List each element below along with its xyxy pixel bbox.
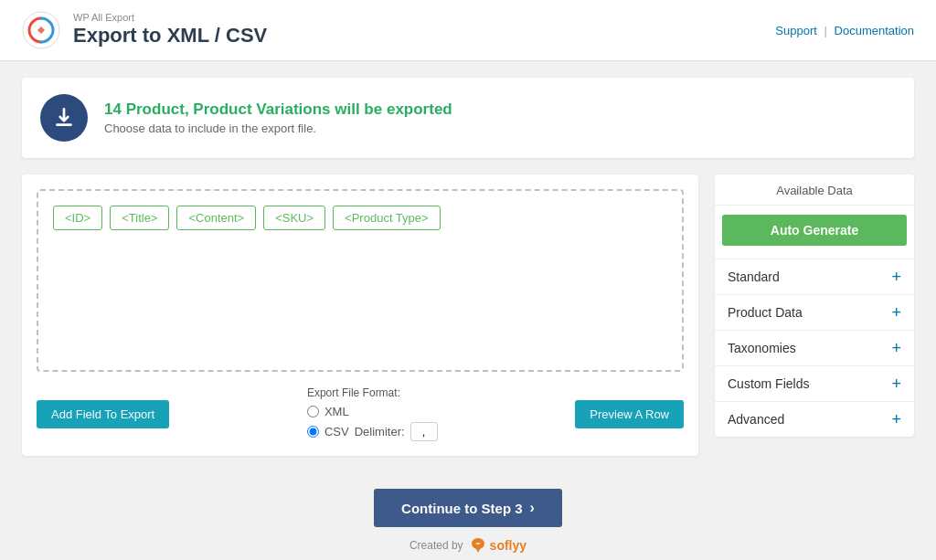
csv-label: CSV xyxy=(324,425,349,438)
section-plus-icon: + xyxy=(891,375,901,392)
export-sub-text: Choose data to include in the export fil… xyxy=(104,122,452,135)
section-plus-icon: + xyxy=(891,340,901,356)
csv-radio-row: CSV Delimiter: xyxy=(307,422,438,441)
add-field-button[interactable]: Add Field To Export xyxy=(37,400,169,428)
export-format-label: Export File Format: xyxy=(307,386,438,399)
xml-radio[interactable] xyxy=(307,406,319,417)
link-separator: | xyxy=(824,24,827,37)
delimiter-label: Delimiter: xyxy=(355,425,405,438)
available-data-section[interactable]: Advanced+ xyxy=(715,401,914,437)
info-icon-wrap xyxy=(40,94,88,142)
csv-radio[interactable] xyxy=(307,426,319,438)
chevron-right-icon: › xyxy=(530,500,535,516)
available-data-section[interactable]: Custom Fields+ xyxy=(715,365,914,401)
export-format: Export File Format: XML CSV Delimiter: xyxy=(307,386,438,441)
main-content: 14 Product, Product Variations will be e… xyxy=(0,61,936,472)
sections-container: Standard+Product Data+Taxonomies+Custom … xyxy=(715,259,914,437)
app-name: WP All Export xyxy=(73,12,267,24)
section-plus-icon: + xyxy=(891,269,901,285)
field-chip[interactable]: <Product Type> xyxy=(333,206,441,230)
export-count-suffix: Product, Product Variations will be expo… xyxy=(126,100,452,118)
soflyy-brand-text: soflyy xyxy=(490,538,526,553)
section-label: Advanced xyxy=(728,412,784,427)
drop-zone[interactable]: <ID><Title><Content><SKU><Product Type> xyxy=(37,189,684,372)
section-label: Taxonomies xyxy=(728,341,796,355)
field-chip[interactable]: <ID> xyxy=(53,206,102,230)
section-plus-icon: + xyxy=(891,411,901,428)
logo-icon xyxy=(22,11,60,49)
info-banner: 14 Product, Product Variations will be e… xyxy=(22,78,914,158)
header-text: WP All Export Export to XML / CSV xyxy=(73,12,267,48)
header-left: WP All Export Export to XML / CSV xyxy=(22,11,267,49)
info-text: 14 Product, Product Variations will be e… xyxy=(104,100,452,135)
header: WP All Export Export to XML / CSV Suppor… xyxy=(0,0,936,61)
header-links: Support | Documentation xyxy=(775,24,914,37)
delimiter-input[interactable] xyxy=(410,422,438,441)
auto-generate-button[interactable]: Auto Generate xyxy=(722,215,907,246)
soflyy-logo: soflyy xyxy=(469,536,526,555)
continue-button[interactable]: Continue to Step 3 › xyxy=(374,489,562,527)
available-data-section[interactable]: Taxonomies+ xyxy=(715,330,914,365)
field-chip[interactable]: <SKU> xyxy=(263,206,325,230)
two-col-layout: <ID><Title><Content><SKU><Product Type> … xyxy=(22,174,914,456)
created-by-text: Created by xyxy=(410,539,463,552)
page-title: Export to XML / CSV xyxy=(73,24,267,48)
left-panel: <ID><Title><Content><SKU><Product Type> … xyxy=(22,174,698,456)
created-by: Created by soflyy xyxy=(410,536,526,555)
section-label: Product Data xyxy=(728,305,803,320)
section-plus-icon: + xyxy=(891,304,901,321)
footer-area: Continue to Step 3 › Created by soflyy xyxy=(0,472,936,560)
documentation-link[interactable]: Documentation xyxy=(835,24,914,37)
available-data-section[interactable]: Standard+ xyxy=(715,259,914,294)
xml-label: XML xyxy=(324,405,349,418)
download-icon xyxy=(52,106,76,130)
support-link[interactable]: Support xyxy=(775,24,817,37)
available-data-title: Available Data xyxy=(715,174,914,206)
bottom-bar: Add Field To Export Export File Format: … xyxy=(37,386,684,441)
field-chip[interactable]: <Title> xyxy=(110,206,169,230)
field-chip[interactable]: <Content> xyxy=(176,206,256,230)
section-label: Custom Fields xyxy=(728,376,809,391)
available-data-section[interactable]: Product Data+ xyxy=(715,294,914,330)
export-count-text: 14 Product, Product Variations will be e… xyxy=(104,100,452,119)
preview-button[interactable]: Preview A Row xyxy=(575,400,684,428)
fields-row: <ID><Title><Content><SKU><Product Type> xyxy=(53,206,667,230)
continue-label: Continue to Step 3 xyxy=(401,501,523,516)
section-label: Standard xyxy=(728,269,780,284)
right-panel: Available Data Auto Generate Standard+Pr… xyxy=(715,174,914,437)
xml-radio-row: XML xyxy=(307,405,438,418)
export-count: 14 xyxy=(104,100,122,118)
soflyy-logo-icon xyxy=(469,536,487,555)
